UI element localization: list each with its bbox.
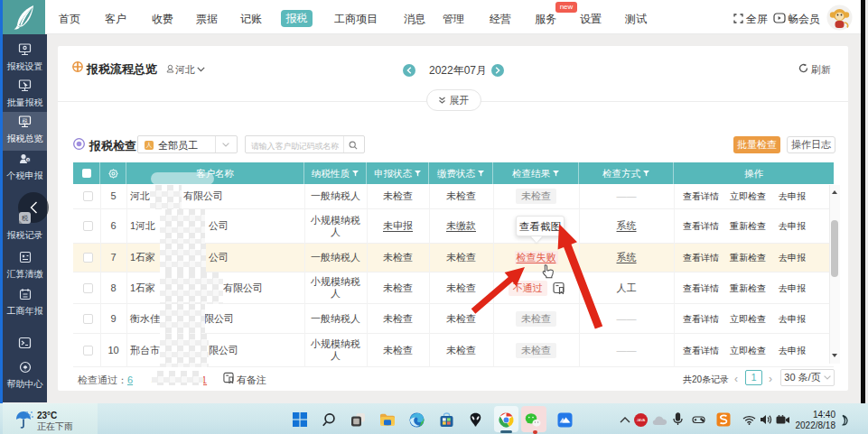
svg-text:税: 税	[22, 215, 29, 222]
svg-text:税: 税	[23, 118, 28, 125]
